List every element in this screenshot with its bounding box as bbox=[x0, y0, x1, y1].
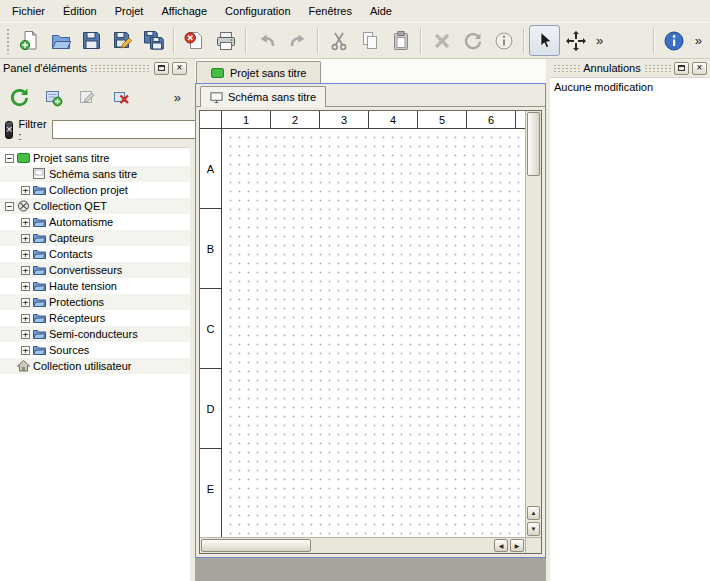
diagram-info-button[interactable] bbox=[488, 25, 519, 56]
new-element-button[interactable] bbox=[38, 82, 68, 112]
tree-item-label: Contacts bbox=[49, 248, 92, 260]
filter-clear-button[interactable]: × bbox=[5, 121, 13, 139]
save-all-button[interactable] bbox=[138, 25, 169, 56]
scroll-up-button[interactable]: ▲ bbox=[527, 506, 540, 520]
expand-icon[interactable]: + bbox=[21, 250, 30, 259]
scroll-left-button[interactable]: ◀ bbox=[494, 539, 508, 552]
tree-item-collection-projet[interactable]: + Collection projet bbox=[0, 182, 190, 198]
menu-configuration[interactable]: Configuration bbox=[216, 2, 299, 20]
open-file-button[interactable] bbox=[45, 25, 76, 56]
toolbar-drag-handle[interactable] bbox=[6, 28, 11, 54]
vertical-scrollbar[interactable]: ▲ ▼ bbox=[525, 111, 541, 537]
menu-fenetres[interactable]: Fenêtres bbox=[300, 2, 361, 20]
cut-button[interactable] bbox=[323, 25, 354, 56]
select-tool-button[interactable] bbox=[529, 25, 560, 56]
new-file-button[interactable] bbox=[14, 25, 45, 56]
tree-item-category[interactable]: + Convertisseurs bbox=[0, 262, 190, 278]
menu-edition[interactable]: Édition bbox=[54, 2, 106, 20]
dock-grip[interactable] bbox=[644, 64, 671, 72]
expand-icon[interactable]: + bbox=[21, 330, 30, 339]
expand-icon[interactable]: + bbox=[21, 234, 30, 243]
dock-float-button[interactable] bbox=[674, 62, 689, 75]
horizontal-scrollbar[interactable]: ◀ ▶ bbox=[200, 537, 525, 553]
scroll-down-button[interactable]: ▼ bbox=[527, 522, 540, 536]
menu-affichage[interactable]: Affichage bbox=[152, 2, 216, 20]
undo-panel-dock: Annulations × Aucune modification bbox=[550, 59, 710, 581]
tab-schema-sans-titre[interactable]: Schéma sans titre bbox=[200, 86, 326, 107]
print-button[interactable] bbox=[210, 25, 241, 56]
collapse-icon[interactable]: − bbox=[5, 202, 14, 211]
hscroll-thumb[interactable] bbox=[201, 539, 311, 552]
reload-collections-button[interactable] bbox=[4, 82, 34, 112]
toolbar-overflow-chevron-right[interactable]: » bbox=[690, 33, 707, 48]
dock-grip[interactable] bbox=[553, 64, 580, 72]
save-as-button[interactable] bbox=[107, 25, 138, 56]
tree-item-label: Schéma sans titre bbox=[49, 168, 137, 180]
folder-icon bbox=[33, 264, 46, 276]
undo-list[interactable]: Aucune modification bbox=[550, 77, 710, 581]
delete-button[interactable] bbox=[426, 25, 457, 56]
tree-item-schema[interactable]: Schéma sans titre bbox=[0, 166, 190, 182]
rotate-button[interactable] bbox=[457, 25, 488, 56]
undo-panel-titlebar[interactable]: Annulations × bbox=[550, 59, 710, 77]
expand-icon[interactable]: + bbox=[21, 266, 30, 275]
menu-fichier[interactable]: Fichier bbox=[3, 2, 54, 20]
menu-projet[interactable]: Projet bbox=[106, 2, 153, 20]
print-icon bbox=[215, 30, 237, 52]
vscroll-thumb[interactable] bbox=[527, 112, 540, 176]
copy-button[interactable] bbox=[354, 25, 385, 56]
tree-item-category[interactable]: + Semi-conducteurs bbox=[0, 326, 190, 342]
close-file-button[interactable] bbox=[179, 25, 210, 56]
hscroll-track[interactable] bbox=[312, 538, 493, 553]
move-tool-button[interactable] bbox=[560, 25, 591, 56]
scroll-right-button[interactable]: ▶ bbox=[510, 539, 524, 552]
collapse-icon[interactable]: − bbox=[5, 154, 14, 163]
expand-icon[interactable]: + bbox=[21, 314, 30, 323]
elements-panel-titlebar[interactable]: Panel d'éléments × bbox=[0, 59, 190, 77]
undo-button[interactable] bbox=[251, 25, 282, 56]
tree-item-category[interactable]: + Contacts bbox=[0, 246, 190, 262]
tree-item-category[interactable]: + Automatisme bbox=[0, 214, 190, 230]
tree-item-category[interactable]: + Haute tension bbox=[0, 278, 190, 294]
filter-input[interactable] bbox=[52, 120, 202, 139]
expand-icon[interactable]: + bbox=[21, 282, 30, 291]
tree-item-collection-qet[interactable]: − Collection QET bbox=[0, 198, 190, 214]
dock-float-button[interactable] bbox=[154, 62, 169, 75]
project-tabbar: Projet sans titre bbox=[195, 59, 546, 83]
open-folder-icon bbox=[50, 30, 72, 52]
elements-tree[interactable]: − Projet sans titre Schéma sans titre + bbox=[0, 147, 190, 581]
float-icon bbox=[678, 65, 685, 71]
vscroll-track[interactable] bbox=[526, 177, 541, 505]
paste-button[interactable] bbox=[385, 25, 416, 56]
expand-icon[interactable]: + bbox=[21, 218, 30, 227]
schema-canvas[interactable]: 1 2 3 4 5 6 A B C bbox=[200, 111, 525, 537]
grid-dots[interactable] bbox=[223, 130, 525, 537]
save-button[interactable] bbox=[76, 25, 107, 56]
tree-item-category[interactable]: + Récepteurs bbox=[0, 310, 190, 326]
panel-toolbar-overflow-chevron[interactable]: » bbox=[169, 90, 186, 105]
undo-panel-title: Annulations bbox=[583, 62, 641, 74]
toolbar-overflow-chevron[interactable]: » bbox=[591, 33, 608, 48]
tree-item-collection-utilisateur[interactable]: Collection utilisateur bbox=[0, 358, 190, 374]
expand-icon[interactable]: + bbox=[21, 346, 30, 355]
expand-icon[interactable]: + bbox=[21, 186, 30, 195]
main-toolbar: » » bbox=[0, 22, 710, 59]
about-button[interactable] bbox=[659, 25, 690, 56]
tree-item-category[interactable]: + Protections bbox=[0, 294, 190, 310]
expand-icon[interactable]: + bbox=[21, 298, 30, 307]
delete-element-button[interactable] bbox=[106, 82, 136, 112]
project-tab-icon bbox=[211, 67, 224, 79]
edit-element-button[interactable] bbox=[72, 82, 102, 112]
redo-button[interactable] bbox=[282, 25, 313, 56]
toolbar-separator bbox=[420, 28, 422, 54]
dock-close-button[interactable]: × bbox=[172, 62, 187, 75]
menu-bar: Fichier Édition Projet Affichage Configu… bbox=[0, 0, 710, 22]
tree-item-category[interactable]: + Sources bbox=[0, 342, 190, 358]
tree-item-project[interactable]: − Projet sans titre bbox=[0, 150, 190, 166]
dock-grip[interactable] bbox=[90, 64, 151, 72]
row-label: A bbox=[200, 129, 221, 209]
tab-projet-sans-titre[interactable]: Projet sans titre bbox=[196, 61, 321, 83]
menu-aide[interactable]: Aide bbox=[361, 2, 401, 20]
dock-close-button[interactable]: × bbox=[692, 62, 707, 75]
tree-item-category[interactable]: + Capteurs bbox=[0, 230, 190, 246]
